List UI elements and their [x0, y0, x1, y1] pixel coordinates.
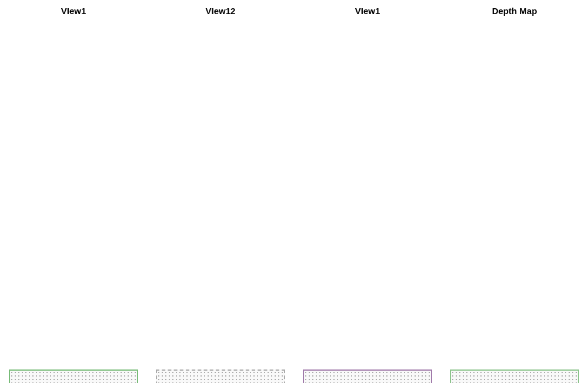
- main-grid: VIew1 VIew12 VIew1 Depth Map: [0, 0, 588, 373]
- cell-inner-p20: P2,0: [303, 369, 432, 383]
- cell-inner-d0: D0: [450, 369, 579, 383]
- col-header-view1b: VIew1: [303, 6, 432, 18]
- cell-inner-p120: P12,0: [156, 369, 285, 383]
- cell-p20: P2,0: [303, 369, 432, 383]
- cell-inner-p10: P1,0: [9, 369, 138, 383]
- col-header-depthmap: Depth Map: [450, 6, 579, 18]
- col-header-view1: VIew1: [9, 6, 138, 18]
- cell-p120: P12,0: [156, 369, 285, 383]
- cell-p10: P1,0: [9, 369, 138, 383]
- col-header-view12: VIew12: [156, 6, 285, 18]
- cell-d0: D0: [450, 369, 579, 383]
